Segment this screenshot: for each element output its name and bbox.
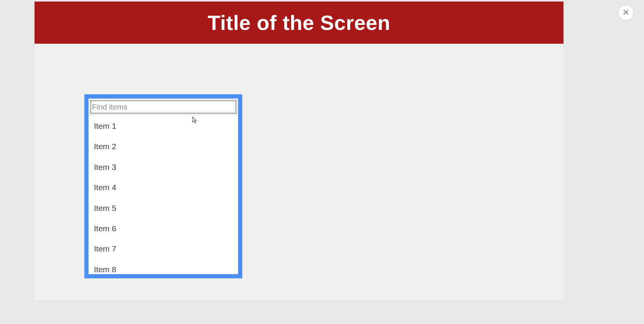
search-wrap [89,99,238,116]
list-item[interactable]: Item 6 [89,218,238,238]
list-item[interactable]: Item 1 [89,116,238,136]
list-item[interactable]: Item 4 [89,177,238,197]
search-input[interactable] [90,100,237,114]
main-panel: Title of the Screen Item 1 Item 2 Item 3… [34,2,564,301]
list-item[interactable]: Item 8 [89,259,238,274]
list-item[interactable]: Item 5 [89,198,238,218]
page-title: Title of the Screen [208,11,391,35]
header-bar: Title of the Screen [34,2,564,44]
dropdown-scroll[interactable]: Item 1 Item 2 Item 3 Item 4 Item 5 Item … [89,116,238,274]
list-item[interactable]: Item 2 [89,136,238,156]
list-item[interactable]: Item 3 [89,157,238,177]
filter-dropdown: Item 1 Item 2 Item 3 Item 4 Item 5 Item … [84,94,242,278]
list-item[interactable]: Item 7 [89,238,238,259]
close-icon [623,9,629,17]
dropdown-list: Item 1 Item 2 Item 3 Item 4 Item 5 Item … [89,116,238,274]
close-button[interactable] [619,6,633,20]
